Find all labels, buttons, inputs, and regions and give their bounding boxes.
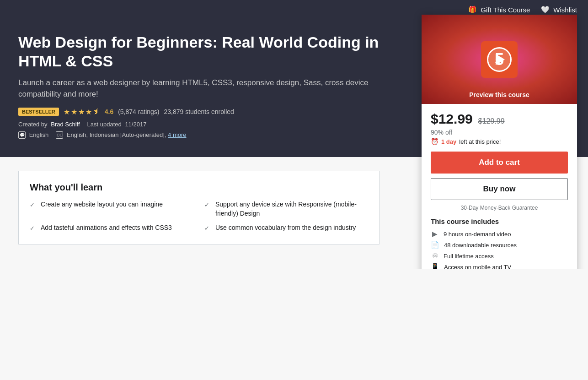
wishlist-button[interactable]: 🤍 Wishlist xyxy=(541,5,577,14)
language-row: 💬 English CC English, Indonesian [Auto-g… xyxy=(18,131,380,139)
check-icon-2: ✓ xyxy=(30,224,36,233)
includes-item-video: ▶ 9 hours on-demand video xyxy=(431,230,568,238)
speech-bubble-icon: 💬 xyxy=(18,131,26,139)
includes-item-mobile: 📱 Access on mobile and TV xyxy=(431,263,568,269)
includes-item-resources: 📄 48 downloadable resources xyxy=(431,241,568,249)
card-body: $12.99 $129.99 90% off ⏰ 1 day left at t… xyxy=(422,104,577,269)
captions-text: English, Indonesian [Auto-generated], xyxy=(67,131,166,138)
includes-resources-text: 48 downloadable resources xyxy=(444,242,517,249)
check-icon-4: ✓ xyxy=(204,224,211,233)
updated-label: Last updated 11/2017 xyxy=(87,121,147,128)
learn-item-2-text: Add tasteful animations and effects with… xyxy=(41,223,172,233)
includes-title: This course includes xyxy=(431,217,568,225)
rating-row: BESTSELLER ★ ★ ★ ★ ⯨ 4.6 (5,874 ratings)… xyxy=(18,108,380,116)
author-name: Brad Schiff xyxy=(51,121,80,128)
preview-label: Preview this course xyxy=(469,91,529,98)
captions-info: CC English, Indonesian [Auto-generated],… xyxy=(56,131,186,139)
language-text: English xyxy=(29,131,49,138)
original-price: $129.99 xyxy=(478,117,505,125)
captions-more-link[interactable]: 4 more xyxy=(168,131,186,138)
video-icon: ▶ xyxy=(431,230,439,238)
infinity-icon: ♾ xyxy=(431,252,439,260)
course-subtitle: Launch a career as a web designer by lea… xyxy=(18,77,380,100)
check-icon-1: ✓ xyxy=(30,201,36,209)
course-info: Web Design for Beginners: Real World Cod… xyxy=(18,33,398,139)
play-triangle-icon xyxy=(496,54,505,65)
price-row: $12.99 $129.99 xyxy=(431,111,568,127)
includes-list: ▶ 9 hours on-demand video 📄 48 downloada… xyxy=(431,230,568,269)
learn-item-3-text: Support any device size with Responsive … xyxy=(215,200,368,218)
time-bold: 1 day xyxy=(441,138,456,145)
learn-item-1-text: Create any website layout you can imagin… xyxy=(41,200,163,209)
add-to-cart-button[interactable]: Add to cart xyxy=(431,152,568,174)
learn-grid: ✓ Create any website layout you can imag… xyxy=(30,200,368,233)
hero-section: Web Design for Beginners: Real World Cod… xyxy=(0,19,588,157)
course-preview-button[interactable]: 5 Preview this course xyxy=(422,15,577,104)
current-price: $12.99 xyxy=(431,111,473,127)
learn-item-2: ✓ Add tasteful animations and effects wi… xyxy=(30,223,193,233)
gift-icon: 🎁 xyxy=(468,5,477,14)
main-content: What you'll learn ✓ Create any website l… xyxy=(0,157,398,269)
mobile-icon: 📱 xyxy=(431,263,439,269)
discount-percent: 90% off xyxy=(431,129,568,136)
play-button[interactable] xyxy=(487,47,512,72)
cc-icon: CC xyxy=(56,131,63,139)
students-count: 23,879 students enrolled xyxy=(164,108,234,115)
clock-icon: ⏰ xyxy=(431,138,438,145)
heart-icon: 🤍 xyxy=(541,5,550,14)
guarantee-text: 30-Day Money-Back Guarantee xyxy=(431,205,568,211)
rating-count: (5,874 ratings) xyxy=(118,108,159,115)
learn-item-3: ✓ Support any device size with Responsiv… xyxy=(204,200,368,218)
time-left-suffix: left at this price! xyxy=(459,138,501,145)
course-title: Web Design for Beginners: Real World Cod… xyxy=(18,33,380,71)
includes-lifetime-text: Full lifetime access xyxy=(444,253,494,260)
bestseller-badge: BESTSELLER xyxy=(18,108,59,116)
play-overlay xyxy=(422,15,577,104)
learn-item-4-text: Use common vocabulary from the design in… xyxy=(215,223,356,233)
check-icon-3: ✓ xyxy=(204,201,211,209)
buy-now-button[interactable]: Buy now xyxy=(431,178,568,200)
time-left: ⏰ 1 day left at this price! xyxy=(431,138,568,145)
learn-box: What you'll learn ✓ Create any website l… xyxy=(18,171,380,244)
author-label: Created by Brad Schiff xyxy=(18,121,80,128)
sidebar-card: 5 Preview this course $12.99 $129.99 90%… xyxy=(422,15,577,269)
star-2: ★ xyxy=(71,108,77,116)
star-rating: ★ ★ ★ ★ ⯨ xyxy=(64,108,100,116)
wishlist-label: Wishlist xyxy=(553,6,577,14)
includes-mobile-text: Access on mobile and TV xyxy=(444,264,511,269)
star-3: ★ xyxy=(78,108,85,116)
gift-label: Gift This Course xyxy=(481,6,530,14)
document-icon: 📄 xyxy=(431,241,439,249)
includes-item-lifetime: ♾ Full lifetime access xyxy=(431,252,568,260)
gift-course-button[interactable]: 🎁 Gift This Course xyxy=(468,5,530,14)
meta-row: Created by Brad Schiff Last updated 11/2… xyxy=(18,121,380,128)
star-1: ★ xyxy=(64,108,70,116)
star-4: ★ xyxy=(86,108,92,116)
star-5-half: ⯨ xyxy=(93,108,100,116)
learn-item-1: ✓ Create any website layout you can imag… xyxy=(30,200,193,218)
language-info: 💬 English xyxy=(18,131,48,139)
learn-item-4: ✓ Use common vocabulary from the design … xyxy=(204,223,368,233)
rating-value: 4.6 xyxy=(105,108,113,115)
includes-video-text: 9 hours on-demand video xyxy=(444,231,511,238)
learn-title: What you'll learn xyxy=(30,182,368,193)
